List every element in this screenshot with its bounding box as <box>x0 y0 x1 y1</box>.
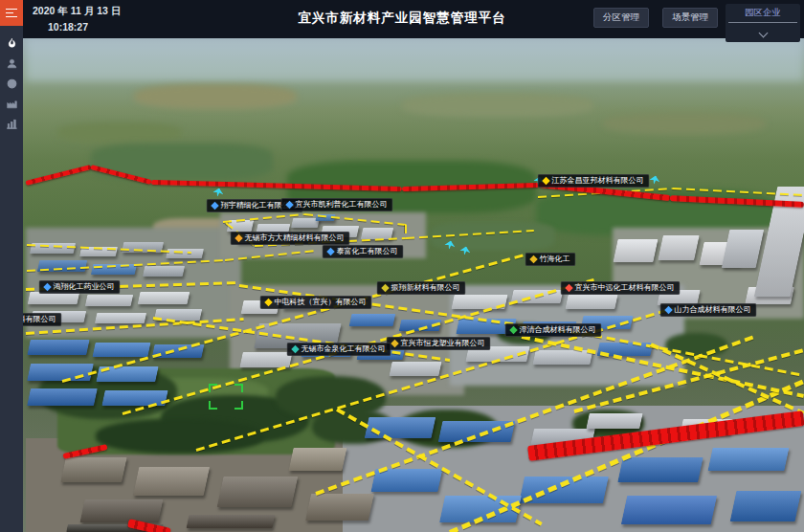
company-marker-icon <box>291 345 299 353</box>
building <box>27 364 94 381</box>
red-convoy-line <box>25 165 91 186</box>
building <box>389 362 441 376</box>
building <box>370 469 442 492</box>
building <box>613 239 658 262</box>
factory-icon <box>6 98 18 110</box>
company-label[interactable]: 竹海化工 <box>525 253 576 266</box>
building <box>305 494 374 521</box>
company-marker-icon <box>43 283 51 291</box>
building <box>95 313 146 323</box>
sidebar-item-gauge[interactable] <box>0 74 23 94</box>
company-label-text: 宜兴市中远化工材料有限公司 <box>575 284 675 292</box>
company-label[interactable]: 山力合成材料有限公司 <box>660 303 757 317</box>
scene-management-button[interactable]: 场景管理 <box>662 8 718 28</box>
company-marker-icon <box>234 234 242 242</box>
company-label-text: 中电科技（宜兴）有限公司 <box>275 299 367 306</box>
company-marker-icon <box>542 177 549 185</box>
sidebar-item-fire[interactable] <box>0 33 23 54</box>
building <box>187 515 276 528</box>
company-label-text: 江苏金昌亚邦材料有限公司 <box>552 177 644 185</box>
company-label[interactable]: 无锡市方大精细材料有限公司 <box>231 232 350 245</box>
building <box>586 413 642 429</box>
current-date: 2020 年 11 月 13 日 <box>33 5 121 18</box>
chevron-down-icon <box>758 29 768 38</box>
selection-corner <box>209 401 217 410</box>
company-label[interactable]: 宜兴市恒龙塑业有限公司 <box>387 337 491 350</box>
company-marker-icon <box>664 306 672 314</box>
terrain-patch <box>57 122 182 144</box>
company-label-text: 泰富化工有限公司 <box>337 248 398 255</box>
building <box>27 388 98 406</box>
company-marker-icon <box>391 340 398 347</box>
sidebar-item-factory[interactable] <box>0 94 23 114</box>
building <box>288 448 346 471</box>
company-marker-icon <box>211 202 218 210</box>
building <box>707 448 789 471</box>
company-label[interactable]: 宜兴市中远化工材料有限公司 <box>561 281 681 295</box>
company-label-text: 山力合成材料有限公司 <box>675 306 751 314</box>
building <box>532 350 592 365</box>
building <box>617 457 704 482</box>
current-time: 10:18:27 <box>48 21 88 33</box>
building <box>133 467 210 496</box>
hamburger-menu-icon[interactable] <box>0 0 23 26</box>
bar-chart-icon <box>6 118 18 130</box>
company-label[interactable]: 潭清合成材料有限公司 <box>505 323 602 337</box>
selection-corner <box>209 384 217 392</box>
building <box>85 295 134 306</box>
building <box>730 491 802 521</box>
building <box>565 295 617 309</box>
terrain-patch <box>26 38 804 81</box>
gauge-icon <box>6 78 18 90</box>
company-label[interactable]: 泰富化工有限公司 <box>323 245 404 258</box>
company-marker-icon <box>381 284 389 292</box>
company-label-text: 宜兴市凯利普化工有限公司 <box>296 201 388 209</box>
building <box>138 292 190 304</box>
building <box>79 499 163 522</box>
user-icon <box>6 57 18 70</box>
header-button-group: 分区管理 场景管理 <box>593 8 718 28</box>
building <box>365 417 436 438</box>
park-enterprise-dropdown-label: 园区企业 <box>728 7 797 23</box>
zone-management-button[interactable]: 分区管理 <box>593 8 649 28</box>
building <box>658 235 700 260</box>
smart-park-platform: { "header": { "date": "2020 年 11 月 13 日"… <box>0 0 804 532</box>
top-header-bar: 2020 年 11 月 13 日 10:18:27 宜兴市新材料产业园智慧管理平… <box>0 0 804 38</box>
selection-box <box>209 384 243 410</box>
map-3d-view[interactable]: 翔宇精细化工有限公司宜兴市凯利普化工有限公司无锡市方大精细材料有限公司泰富化工有… <box>0 0 804 532</box>
park-enterprise-dropdown[interactable]: 园区企业 <box>726 4 800 42</box>
company-label-text: 宜兴市恒龙塑业有限公司 <box>401 340 485 347</box>
selection-corner <box>234 384 243 392</box>
company-label[interactable]: 宜兴市凯利普化工有限公司 <box>281 198 393 211</box>
company-label-text: 鸿翔化工药业公司 <box>54 283 115 291</box>
terrain-patch <box>402 94 593 117</box>
sidebar-item-statistics[interactable] <box>0 114 23 134</box>
building <box>349 314 396 326</box>
plane-marker[interactable] <box>649 174 661 185</box>
company-label-text: 无锡市方大精细材料有限公司 <box>245 234 345 242</box>
plane-marker[interactable] <box>212 187 225 197</box>
company-label[interactable]: 振翔新材料有限公司 <box>377 281 466 295</box>
platform-title: 宜兴市新材料产业园智慧管理平台 <box>298 10 506 27</box>
company-label[interactable]: 鸿翔化工药业公司 <box>39 280 121 294</box>
left-sidebar <box>0 0 23 532</box>
selection-corner <box>234 401 243 410</box>
building <box>92 343 150 357</box>
company-marker-icon <box>509 326 517 334</box>
building <box>60 457 127 482</box>
terrain-patch <box>603 113 766 134</box>
company-label-text: 潭清合成材料有限公司 <box>520 326 596 334</box>
company-marker-icon <box>529 255 537 263</box>
road-outline <box>405 225 407 238</box>
company-marker-icon <box>285 201 293 209</box>
company-label[interactable]: 无锡市金泉化工有限公司 <box>287 343 391 356</box>
company-marker-icon <box>326 248 334 255</box>
company-marker-icon <box>565 284 572 292</box>
sidebar-item-user[interactable] <box>0 54 23 74</box>
company-label-text: 无锡市金泉化工有限公司 <box>302 345 386 353</box>
company-label[interactable]: 中电科技（宜兴）有限公司 <box>260 296 372 309</box>
company-label[interactable]: 江苏金昌亚邦材料有限公司 <box>538 174 650 188</box>
company-label-text: 振翔新材料有限公司 <box>391 284 460 292</box>
building <box>621 496 717 524</box>
building <box>217 477 299 507</box>
